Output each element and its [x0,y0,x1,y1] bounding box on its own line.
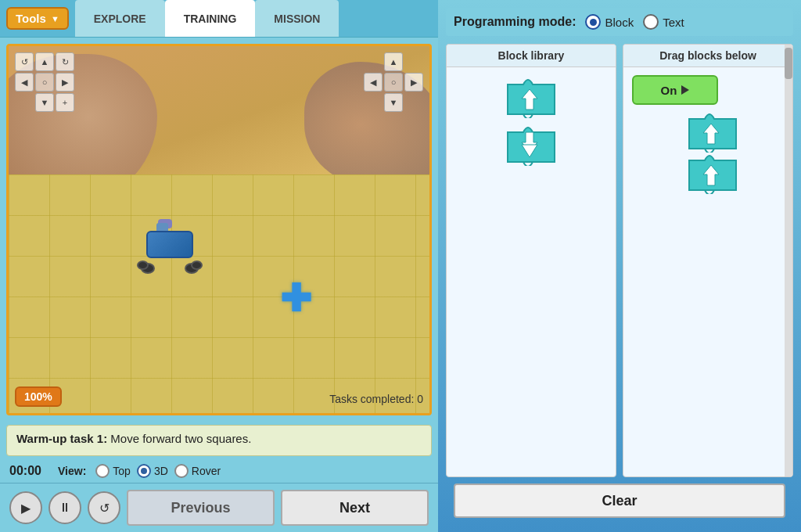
pan-down-button[interactable]: ▼ [35,93,54,112]
tr-pan-right[interactable]: ▶ [404,73,423,92]
on-block[interactable]: On [632,75,718,105]
block-workspace-label: Drag blocks below [623,45,792,67]
clear-label: Clear [602,493,637,509]
programming-mode-bar: Programming mode: Block Text [446,8,793,36]
empty-tr-4 [404,93,423,112]
programming-mode-label: Programming mode: [454,15,576,29]
block-forward-down[interactable] [504,123,559,166]
scrollbar-thumb[interactable] [785,48,792,79]
empty-slot [15,93,34,112]
tr-center[interactable]: ○ [384,73,403,92]
block-forward-up[interactable] [504,75,559,118]
clear-button[interactable]: Clear [454,483,785,518]
block-workspace-content: On [623,67,792,476]
play-icon: ▶ [21,501,31,516]
zoom-in-button[interactable]: + [56,93,74,112]
view-3d-radio[interactable] [137,464,151,478]
on-block-label: On [661,84,677,97]
tab-training[interactable]: TRAINING [165,0,256,37]
reset-button[interactable]: ↺ [88,491,120,524]
tr-pan-down[interactable]: ▼ [384,93,403,112]
view-top-label: Top [113,465,131,477]
top-nav: Tools ▼ EXPLORE TRAINING MISSION [0,0,438,38]
grid-floor [9,174,429,413]
pan-controls-tr: ▲ ◀ ○ ▶ ▼ [364,52,423,112]
block-library-label: Block library [447,45,616,67]
mode-block-radio[interactable] [585,14,601,30]
workspace-block-forward-2[interactable] [685,151,740,194]
mode-text-label: Text [663,16,684,29]
next-button[interactable]: Next [281,490,429,526]
pan-center-button[interactable]: ○ [35,73,54,92]
forward-down-svg [504,123,559,166]
mode-text-option[interactable]: Text [643,14,684,30]
tools-button[interactable]: Tools ▼ [6,7,69,30]
view-label: View: [58,465,86,477]
view-3d-option[interactable]: 3D [137,464,168,478]
progress-badge: 100% [15,386,62,407]
pan-controls-tl: ↺ ▲ ↻ ◀ ○ ▶ ▼ + [15,52,74,112]
rover-body [146,231,193,258]
view-top-option[interactable]: Top [95,464,131,478]
task-text: Move forward two squares. [107,432,251,445]
view-rover-option[interactable]: Rover [174,464,221,478]
rover [135,219,205,274]
block-library-content [447,67,616,476]
tab-explore[interactable]: EXPLORE [75,0,165,37]
block-workspace: Drag blocks below On [623,44,793,477]
mode-block-label: Block [605,16,634,29]
pan-left-button[interactable]: ◀ [15,73,34,92]
tr-pan-up[interactable]: ▲ [384,52,403,71]
pan-up-button[interactable]: ▲ [35,52,54,71]
tab-mission[interactable]: MISSION [255,0,339,37]
block-library: Block library [446,44,616,477]
empty-tr-2 [404,52,423,71]
timer-display: 00:00 [9,464,48,478]
block-area: Block library [446,44,793,477]
forward-up-svg [504,75,559,118]
pause-icon: ⏸ [59,501,71,515]
bottom-bar: ▶ ⏸ ↺ Previous Next [0,483,438,532]
viewport-container: ✚ ↺ ▲ ↻ ◀ ○ ▶ ▼ + ▲ ◀ ○ ▶ [6,44,432,415]
tr-pan-left[interactable]: ◀ [364,73,383,92]
view-rover-label: Rover [192,465,221,477]
mode-text-radio[interactable] [643,14,659,30]
task-title: Warm-up task 1: [16,432,107,445]
workspace-block-2-svg [685,151,740,194]
reset-icon: ↺ [99,501,110,516]
rotate-left-button[interactable]: ↺ [15,52,34,71]
rotate-right-button[interactable]: ↻ [56,52,74,71]
pan-right-button[interactable]: ▶ [56,73,74,92]
chevron-down-icon: ▼ [51,14,59,23]
left-panel: Tools ▼ EXPLORE TRAINING MISSION [0,0,438,532]
controls-bar: 00:00 View: Top 3D Rover [0,459,438,483]
empty-tr-1 [364,52,383,71]
rover-wheel-br [191,261,203,270]
pause-button[interactable]: ⏸ [48,491,81,524]
workspace-scrollbar[interactable] [785,45,792,476]
task-description: Warm-up task 1: Move forward two squares… [6,425,432,456]
workspace-block-forward-1[interactable] [685,110,740,153]
previous-button[interactable]: Previous [127,490,275,526]
play-button[interactable]: ▶ [9,491,42,524]
view-radio-group: Top 3D Rover [95,464,221,478]
cross-marker: ✚ [280,280,311,318]
view-3d-label: 3D [154,465,168,477]
tasks-completed-label: Tasks completed: 0 [329,393,423,405]
empty-tr-3 [364,93,383,112]
view-rover-radio[interactable] [174,464,189,478]
view-top-radio[interactable] [95,464,110,478]
previous-label: Previous [171,500,230,516]
viewport-background: ✚ ↺ ▲ ↻ ◀ ○ ▶ ▼ + ▲ ◀ ○ ▶ [9,46,429,413]
workspace-block-1-svg [685,110,740,153]
mode-block-option[interactable]: Block [585,14,634,30]
tools-label: Tools [16,12,46,25]
next-label: Next [339,500,370,516]
right-panel: Programming mode: Block Text Block libra… [438,0,801,532]
on-block-play-icon [681,85,689,95]
